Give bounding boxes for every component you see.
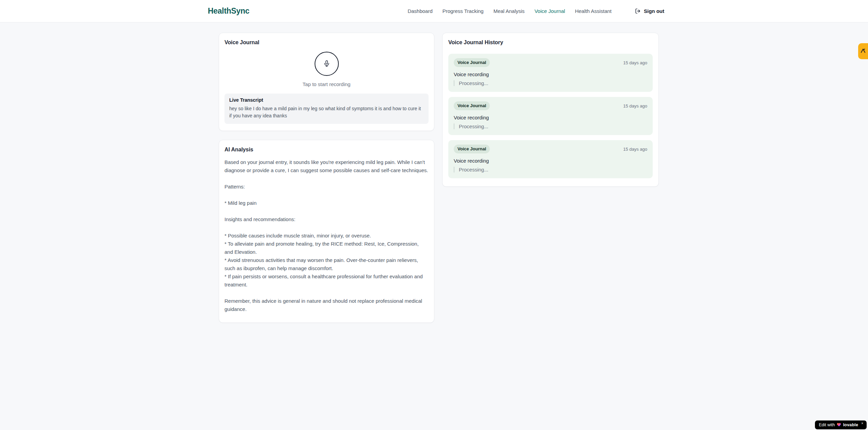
right-column: Voice Journal History Voice Journal 15 d… <box>442 33 659 187</box>
nav-meal-analysis[interactable]: Meal Analysis <box>494 8 525 14</box>
history-item-header: Voice Journal 15 days ago <box>454 145 647 153</box>
lovable-badge[interactable]: Edit with lovable × <box>815 420 867 429</box>
microphone-icon <box>323 60 330 68</box>
nav-progress-tracking[interactable]: Progress Tracking <box>443 8 484 14</box>
live-transcript-title: Live Transcript <box>229 97 424 103</box>
history-item[interactable]: Voice Journal 15 days ago Voice recordin… <box>448 97 653 135</box>
lovable-brand: lovable <box>843 423 858 427</box>
live-transcript-box: Live Transcript hey so like I do have a … <box>224 94 429 124</box>
history-item-header: Voice Journal 15 days ago <box>454 58 647 67</box>
history-item[interactable]: Voice Journal 15 days ago Voice recordin… <box>448 140 653 178</box>
logout-icon <box>635 8 641 14</box>
brand-logo[interactable]: HealthSync <box>208 6 249 16</box>
history-item-time: 15 days ago <box>623 103 647 109</box>
nav-dashboard[interactable]: Dashboard <box>407 8 432 14</box>
history-item-header: Voice Journal 15 days ago <box>454 101 647 110</box>
ai-paragraph: * Mild leg pain <box>224 199 429 207</box>
ai-analysis-title: AI Analysis <box>224 147 429 153</box>
history-item-title: Voice recording <box>454 115 647 120</box>
app-header: HealthSync Dashboard Progress Tracking M… <box>0 0 868 22</box>
history-item-title: Voice recording <box>454 71 647 77</box>
content-grid: Voice Journal Tap to start recordin <box>219 33 659 323</box>
history-item-badge: Voice Journal <box>454 58 490 67</box>
main-content: Voice Journal Voice Journal <box>219 14 659 323</box>
recorder-card: Voice Journal Tap to start recordin <box>219 33 434 131</box>
history-item-status: Processing... <box>454 123 647 129</box>
sign-out-button[interactable]: Sign out <box>635 8 664 14</box>
heart-icon <box>837 422 841 428</box>
ai-paragraph: Based on your journal entry, it sounds l… <box>224 158 429 175</box>
history-item[interactable]: Voice Journal 15 days ago Voice recordin… <box>448 54 653 92</box>
history-item-status: Processing... <box>454 80 647 86</box>
history-item-time: 15 days ago <box>623 60 647 65</box>
ai-analysis-card: AI Analysis Based on your journal entry,… <box>219 140 434 323</box>
history-card-title: Voice Journal History <box>448 39 653 46</box>
history-item-badge: Voice Journal <box>454 145 490 153</box>
ai-paragraph: Patterns: <box>224 183 429 191</box>
ai-paragraph: Remember, this advice is general in natu… <box>224 297 429 313</box>
history-item-time: 15 days ago <box>623 147 647 152</box>
sign-out-label: Sign out <box>644 8 664 14</box>
left-column: Voice Journal Tap to start recordin <box>219 33 434 323</box>
header-inner: HealthSync Dashboard Progress Tracking M… <box>0 6 868 16</box>
history-item-badge: Voice Journal <box>454 101 490 110</box>
ai-analysis-body: Based on your journal entry, it sounds l… <box>224 158 429 313</box>
history-card: Voice Journal History Voice Journal 15 d… <box>442 33 659 187</box>
nav-voice-journal[interactable]: Voice Journal <box>534 8 565 14</box>
lovable-prefix: Edit with <box>819 423 835 427</box>
close-icon[interactable]: × <box>861 422 863 425</box>
ai-paragraph: Insights and recommendations: <box>224 215 429 224</box>
record-hint: Tap to start recording <box>224 81 429 87</box>
side-tab-logo-icon <box>860 48 866 55</box>
recorder-area: Tap to start recording <box>224 52 429 87</box>
main-nav: Dashboard Progress Tracking Meal Analysi… <box>407 8 664 14</box>
side-tab-button[interactable] <box>858 43 868 59</box>
history-item-status: Processing... <box>454 167 647 172</box>
record-button[interactable] <box>315 52 339 76</box>
nav-health-assistant[interactable]: Health Assistant <box>575 8 612 14</box>
history-item-title: Voice recording <box>454 158 647 164</box>
recorder-card-title: Voice Journal <box>224 39 429 46</box>
live-transcript-text: hey so like I do have a mild pain in my … <box>229 105 424 119</box>
ai-paragraph: * Possible causes include muscle strain,… <box>224 232 429 289</box>
